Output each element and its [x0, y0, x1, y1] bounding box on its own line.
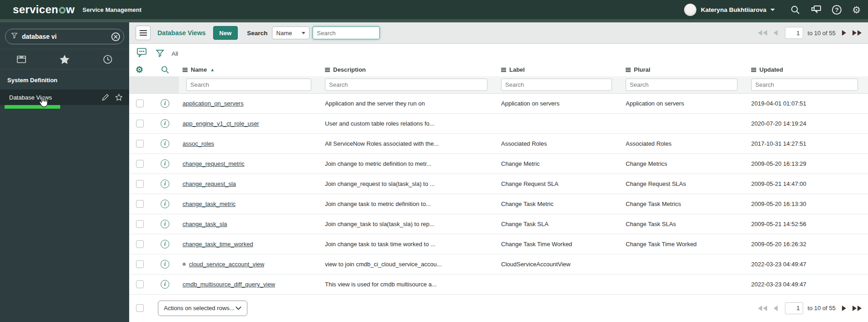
record-name-link[interactable]: change_request_metric: [183, 160, 245, 167]
help-icon[interactable]: ?: [832, 5, 842, 15]
servicenow-logo[interactable]: servicen w: [13, 3, 75, 16]
column-menu-icon: [183, 69, 188, 70]
list-settings-gear-icon[interactable]: ⚙: [136, 65, 143, 74]
user-menu-caret-icon[interactable]: [770, 9, 775, 11]
row-checkbox[interactable]: [136, 100, 144, 107]
filter-input-description[interactable]: [325, 79, 487, 91]
record-preview-info-icon[interactable]: i: [161, 280, 169, 289]
row-checkbox[interactable]: [136, 220, 144, 228]
new-button[interactable]: New: [213, 26, 238, 40]
previous-page-button[interactable]: [774, 306, 778, 311]
record-preview-info-icon[interactable]: i: [161, 240, 169, 248]
cell-label: Change Metric: [501, 160, 540, 167]
row-checkbox[interactable]: [136, 140, 144, 148]
record-name-link[interactable]: cmdb_multisource_diff_query_view: [183, 281, 275, 288]
column-header-label[interactable]: Label: [497, 66, 622, 73]
table-row: i cloud_service_account_view view to joi…: [129, 254, 868, 274]
filter-input-label[interactable]: [501, 79, 612, 91]
navigator-filter-input[interactable]: [22, 33, 111, 40]
first-page-button[interactable]: [758, 306, 767, 311]
global-search-icon[interactable]: [790, 5, 800, 15]
select-chevron-icon: [235, 306, 241, 310]
row-checkbox[interactable]: [136, 160, 144, 168]
last-page-button[interactable]: [852, 30, 862, 36]
table-row: i assoc_roles All ServiceNow Roles assoc…: [129, 134, 868, 154]
column-header-description[interactable]: Description: [321, 66, 497, 73]
record-preview-info-icon[interactable]: i: [161, 159, 169, 168]
row-checkbox[interactable]: [136, 260, 144, 268]
column-header-updated[interactable]: Updated: [748, 66, 868, 73]
breadcrumb-all[interactable]: All: [172, 50, 178, 57]
record-preview-info-icon[interactable]: i: [161, 99, 169, 108]
cell-label: Change Task Metric: [501, 201, 554, 207]
last-page-button[interactable]: [852, 306, 862, 311]
help-glyph: ?: [835, 6, 839, 13]
list-search-input[interactable]: [313, 26, 380, 39]
filter-input-updated[interactable]: [751, 79, 858, 91]
list-filter-funnel-icon[interactable]: [156, 49, 164, 58]
filter-input-name[interactable]: [186, 79, 311, 91]
record-name-link[interactable]: change_request_sla: [183, 180, 236, 187]
row-checkbox[interactable]: [136, 240, 144, 248]
list-context-menu-button[interactable]: [136, 26, 151, 40]
list-toolbar: Database Views New Search Name to 10 of …: [129, 22, 868, 44]
application-navigator: System Definition Database Views: [0, 22, 129, 322]
first-page-button[interactable]: [758, 30, 767, 36]
row-checkbox[interactable]: [136, 120, 144, 127]
user-avatar[interactable]: [684, 4, 696, 16]
record-preview-info-icon[interactable]: i: [161, 200, 169, 208]
record-name-link[interactable]: change_task_sla: [183, 221, 227, 227]
cell-updated: 2009-05-20 16:13:30: [751, 201, 806, 207]
clear-filter-icon[interactable]: [111, 32, 120, 41]
record-name-link[interactable]: assoc_roles: [183, 140, 214, 147]
row-checkbox[interactable]: [136, 200, 144, 208]
record-preview-info-icon[interactable]: i: [161, 260, 169, 269]
row-checkbox[interactable]: [136, 280, 144, 288]
cell-description: view to join cmdb_ci_cloud_service_accou…: [325, 261, 442, 268]
column-menu-icon: [751, 69, 756, 70]
column-header-plural[interactable]: Plural: [622, 66, 748, 73]
list-title: Database Views: [157, 29, 206, 37]
filter-input-plural[interactable]: [626, 79, 737, 91]
header-icons: ? ⚙: [790, 5, 861, 15]
search-field-select[interactable]: Name: [272, 26, 309, 39]
user-name[interactable]: Kateryna Bukhtiiarova: [701, 6, 766, 13]
edit-module-pencil-icon[interactable]: [102, 94, 109, 101]
record-name-link[interactable]: application_on_servers: [183, 100, 244, 107]
tab-favorites[interactable]: [43, 54, 86, 64]
next-page-button[interactable]: [842, 30, 846, 36]
connect-chat-icon[interactable]: [810, 5, 821, 15]
record-preview-info-icon[interactable]: i: [161, 139, 169, 148]
previous-page-button[interactable]: [774, 30, 778, 36]
cell-description: Application and the server they run on: [325, 100, 425, 107]
record-name-link[interactable]: cloud_service_account_view: [189, 261, 264, 268]
logo-text-prefix: servicen: [13, 3, 58, 16]
tab-all-applications[interactable]: [0, 55, 43, 64]
record-preview-info-icon[interactable]: i: [161, 220, 169, 228]
record-name-link[interactable]: change_task_time_worked: [183, 241, 253, 248]
settings-gear-icon[interactable]: ⚙: [852, 5, 861, 15]
navigator-filter-box[interactable]: [5, 29, 124, 44]
column-header-name[interactable]: Name ▲: [179, 66, 321, 73]
record-name-link[interactable]: app_engine_v1_ct_role_user: [183, 120, 259, 127]
cell-plural: Change Request SLAs: [626, 180, 686, 187]
column-search-toggle-icon[interactable]: [155, 65, 179, 74]
actions-on-selected-rows-select[interactable]: Actions on selected rows...: [158, 301, 247, 316]
next-page-button[interactable]: [842, 306, 846, 311]
record-preview-info-icon[interactable]: i: [161, 179, 169, 188]
column-filter-row: [129, 76, 868, 94]
actions-select-value: Actions on selected rows...: [164, 305, 235, 311]
record-preview-info-icon[interactable]: i: [161, 119, 169, 128]
tab-history[interactable]: [86, 54, 129, 64]
sidebar-item-database-views[interactable]: Database Views: [0, 90, 129, 105]
table-row: i change_task_metric Join change task to…: [129, 194, 868, 214]
cell-updated: 2009-05-21 14:52:56: [751, 221, 806, 227]
row-checkbox[interactable]: [136, 180, 144, 188]
favorite-star-icon[interactable]: [115, 94, 123, 101]
record-name-link[interactable]: change_task_metric: [183, 201, 235, 207]
page-number-input[interactable]: [785, 302, 803, 314]
page-number-input[interactable]: [785, 27, 803, 39]
list-chat-icon[interactable]: [136, 48, 147, 59]
column-menu-icon: [325, 69, 330, 70]
select-all-checkbox[interactable]: [136, 304, 144, 312]
